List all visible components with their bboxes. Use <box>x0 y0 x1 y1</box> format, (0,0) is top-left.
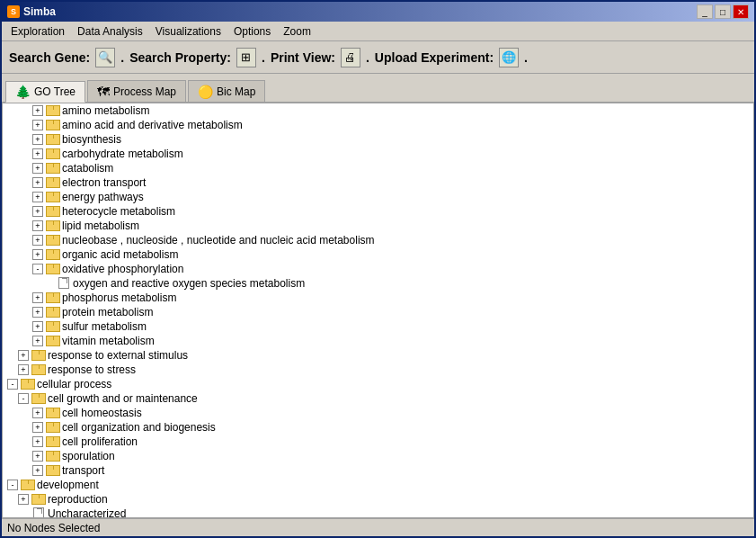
tree-node[interactable]: +transport <box>3 463 753 478</box>
expand-button[interactable]: + <box>32 206 43 217</box>
menu-visualizations[interactable]: Visualizations <box>150 23 227 40</box>
node-label: sulfur metabolism <box>62 320 147 333</box>
upload-experiment-button[interactable]: 🌐 <box>499 48 519 67</box>
tree-node[interactable]: +heterocycle metabolism <box>3 204 753 219</box>
tree-node[interactable]: +phosphorus metabolism <box>3 291 753 305</box>
expand-button[interactable]: + <box>32 249 43 260</box>
expand-button[interactable]: + <box>32 436 43 447</box>
tab-bic-map[interactable]: 🟡 Bic Map <box>188 80 265 102</box>
tree-node[interactable]: +catabolism <box>3 161 753 175</box>
node-label: sporulation <box>62 450 115 462</box>
folder-icon <box>46 336 58 346</box>
tree-node[interactable]: +lipid metabolism <box>3 219 753 233</box>
node-label: cell growth and or maintenance <box>48 392 198 405</box>
maximize-button[interactable]: □ <box>715 4 731 19</box>
tree-node[interactable]: -cell growth and or maintenance <box>3 391 753 406</box>
tree-node[interactable]: +reproduction <box>3 492 753 507</box>
folder-icon <box>46 105 58 116</box>
tree-node[interactable]: +cell proliferation <box>3 435 753 449</box>
tree-node[interactable]: +sulfur metabolism <box>3 319 753 334</box>
node-label: organic acid metabolism <box>62 248 178 261</box>
search-gene-button[interactable]: 🔍 <box>95 48 115 67</box>
expand-button[interactable]: - <box>32 264 43 274</box>
node-label: transport <box>62 464 104 477</box>
folder-icon <box>46 307 58 318</box>
expand-button[interactable]: + <box>32 408 43 418</box>
tree-node[interactable]: +response to stress <box>3 363 753 377</box>
node-label: Uncharacterized <box>48 507 126 517</box>
tree-node[interactable]: +biosynthesis <box>3 132 753 147</box>
close-button[interactable]: ✕ <box>733 4 749 19</box>
expand-button[interactable]: + <box>18 350 29 361</box>
tree-node[interactable]: +carbohydrate metabolism <box>3 147 753 161</box>
tree-node[interactable]: +protein metabolism <box>3 305 753 319</box>
title-bar: S Simba _ □ ✕ <box>2 2 754 22</box>
tree-node[interactable]: +response to external stimulus <box>3 348 753 363</box>
menu-zoom[interactable]: Zoom <box>278 23 316 40</box>
expand-button[interactable]: + <box>32 292 43 303</box>
node-label: catabolism <box>62 162 113 175</box>
tree-node[interactable]: +energy pathways <box>3 190 753 204</box>
expand-button[interactable]: + <box>32 451 43 462</box>
node-label: protein metabolism <box>62 306 153 318</box>
expand-button[interactable]: + <box>32 177 43 188</box>
print-view-label: Print View: <box>271 50 335 65</box>
expand-button[interactable]: + <box>32 336 43 346</box>
tree-node[interactable]: +vitamin metabolism <box>3 334 753 348</box>
node-label: carbohydrate metabolism <box>62 148 183 160</box>
expand-button[interactable]: + <box>18 494 29 505</box>
expand-button[interactable]: + <box>32 321 43 332</box>
tree-node[interactable]: +sporulation <box>3 449 753 463</box>
expand-button[interactable]: + <box>32 163 43 174</box>
menu-exploration[interactable]: Exploration <box>5 23 70 40</box>
expand-button[interactable]: + <box>32 105 43 116</box>
expand-button[interactable]: + <box>32 422 43 433</box>
tab-go-tree[interactable]: 🌲 GO Tree <box>5 81 85 103</box>
expand-button[interactable]: + <box>32 220 43 231</box>
expand-button[interactable]: + <box>32 465 43 476</box>
menu-options[interactable]: Options <box>228 23 276 40</box>
expand-button[interactable]: + <box>32 120 43 130</box>
tree-node[interactable]: Uncharacterized <box>3 507 753 517</box>
expand-button[interactable]: + <box>18 364 29 375</box>
folder-icon <box>46 177 58 188</box>
expand-button[interactable]: + <box>32 134 43 145</box>
node-label: cell proliferation <box>62 435 138 448</box>
node-label: energy pathways <box>62 191 144 203</box>
expand-button[interactable]: - <box>7 480 18 490</box>
tab-process-map[interactable]: 🗺 Process Map <box>87 80 186 102</box>
leaf-icon <box>57 278 69 289</box>
folder-icon <box>46 163 58 174</box>
tree-node[interactable]: -oxidative phosphorylation <box>3 262 753 276</box>
expand-button[interactable]: - <box>18 393 29 404</box>
folder-icon <box>46 465 58 476</box>
tree-node[interactable]: +cell homeostasis <box>3 406 753 420</box>
tree-node[interactable]: +amino metabolism <box>3 103 753 118</box>
folder-icon <box>46 436 58 447</box>
upload-experiment-label: Upload Experiment: <box>375 50 494 65</box>
expand-button[interactable]: + <box>32 307 43 318</box>
folder-icon <box>31 494 44 505</box>
expand-button[interactable]: + <box>32 192 43 202</box>
tree-container[interactable]: +amino metabolism+amino acid and derivat… <box>3 103 753 517</box>
print-view-button[interactable]: 🖨 <box>341 48 360 67</box>
folder-icon <box>46 292 58 303</box>
menu-data-analysis[interactable]: Data Analysis <box>72 23 148 40</box>
expand-button[interactable]: + <box>32 235 43 246</box>
bic-map-icon: 🟡 <box>198 85 213 99</box>
tree-node[interactable]: oxygen and reactive oxygen species metab… <box>3 276 753 291</box>
expand-button[interactable]: - <box>7 379 18 390</box>
tree-node[interactable]: +amino acid and derivative metabolism <box>3 118 753 132</box>
search-property-button[interactable]: ⊞ <box>236 48 256 67</box>
folder-icon <box>31 393 44 404</box>
tree-node[interactable]: +cell organization and biogenesis <box>3 420 753 435</box>
node-label: cellular process <box>37 378 111 390</box>
minimize-button[interactable]: _ <box>697 4 713 19</box>
tree-node[interactable]: +electron transport <box>3 175 753 190</box>
expand-button[interactable]: + <box>32 148 43 159</box>
tree-node[interactable]: +organic acid metabolism <box>3 247 753 262</box>
tree-node[interactable]: +nucleobase , nucleoside , nucleotide an… <box>3 233 753 247</box>
folder-icon <box>46 192 58 202</box>
tree-node[interactable]: -cellular process <box>3 377 753 391</box>
tree-node[interactable]: -development <box>3 478 753 492</box>
